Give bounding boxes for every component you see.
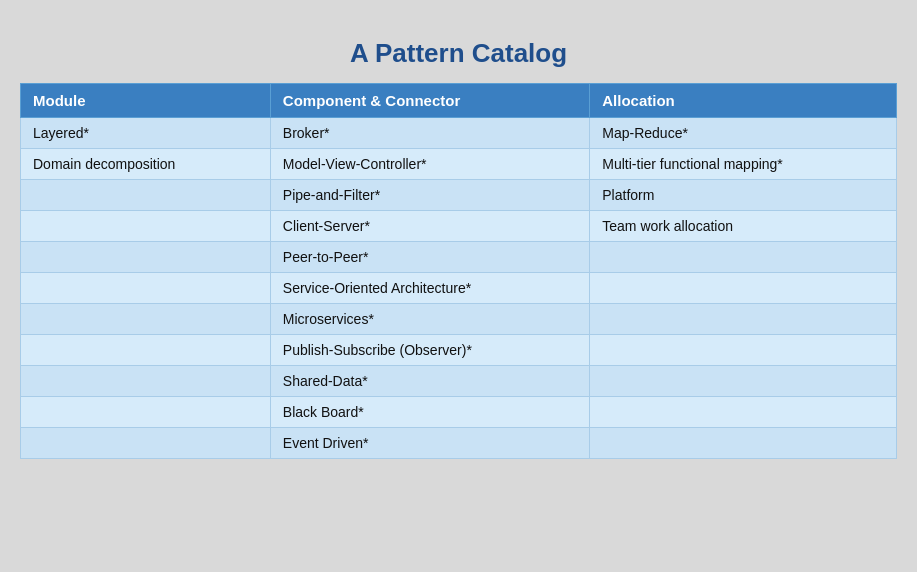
cell-component: Peer-to-Peer*	[270, 242, 589, 273]
cell-allocation	[590, 273, 897, 304]
cell-allocation	[590, 335, 897, 366]
cell-module	[21, 242, 271, 273]
header-module: Module	[21, 84, 271, 118]
header-allocation: Allocation	[590, 84, 897, 118]
cell-module	[21, 211, 271, 242]
cell-module	[21, 273, 271, 304]
header-component: Component & Connector	[270, 84, 589, 118]
table-row: Microservices*	[21, 304, 897, 335]
cell-allocation: Map-Reduce*	[590, 118, 897, 149]
cell-module	[21, 366, 271, 397]
cell-allocation: Team work allocation	[590, 211, 897, 242]
table-row: Shared-Data*	[21, 366, 897, 397]
cell-component: Service-Oriented Architecture*	[270, 273, 589, 304]
cell-component: Shared-Data*	[270, 366, 589, 397]
cell-component: Publish-Subscribe (Observer)*	[270, 335, 589, 366]
table-header-row: Module Component & Connector Allocation	[21, 84, 897, 118]
cell-module: Domain decomposition	[21, 149, 271, 180]
table-row: Black Board*	[21, 397, 897, 428]
page-title: A Pattern Catalog	[20, 20, 897, 83]
cell-component: Pipe-and-Filter*	[270, 180, 589, 211]
table-row: Pipe-and-Filter*Platform	[21, 180, 897, 211]
cell-component: Broker*	[270, 118, 589, 149]
cell-component: Microservices*	[270, 304, 589, 335]
cell-allocation	[590, 428, 897, 459]
cell-allocation: Multi-tier functional mapping*	[590, 149, 897, 180]
cell-module	[21, 397, 271, 428]
table-row: Event Driven*	[21, 428, 897, 459]
table-row: Client-Server*Team work allocation	[21, 211, 897, 242]
table-row: Service-Oriented Architecture*	[21, 273, 897, 304]
cell-allocation	[590, 242, 897, 273]
page-wrapper: A Pattern Catalog Module Component & Con…	[20, 20, 897, 459]
cell-allocation	[590, 397, 897, 428]
cell-module	[21, 428, 271, 459]
table-row: Domain decompositionModel-View-Controlle…	[21, 149, 897, 180]
cell-module	[21, 335, 271, 366]
cell-component: Client-Server*	[270, 211, 589, 242]
cell-module: Layered*	[21, 118, 271, 149]
cell-module	[21, 304, 271, 335]
cell-allocation	[590, 304, 897, 335]
cell-module	[21, 180, 271, 211]
catalog-table: Module Component & Connector Allocation …	[20, 83, 897, 459]
table-row: Layered*Broker*Map-Reduce*	[21, 118, 897, 149]
cell-component: Black Board*	[270, 397, 589, 428]
cell-component: Model-View-Controller*	[270, 149, 589, 180]
cell-allocation: Platform	[590, 180, 897, 211]
table-row: Peer-to-Peer*	[21, 242, 897, 273]
cell-allocation	[590, 366, 897, 397]
cell-component: Event Driven*	[270, 428, 589, 459]
table-row: Publish-Subscribe (Observer)*	[21, 335, 897, 366]
